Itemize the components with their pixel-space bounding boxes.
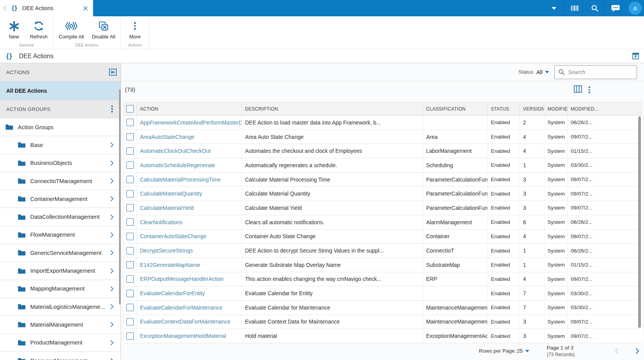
sidebar-item-all-dee-actions[interactable]: All DEE Actions xyxy=(0,81,121,100)
chevron-right-icon[interactable] xyxy=(110,286,114,292)
action-link[interactable]: EvaluateCalendarForMaintenance xyxy=(137,301,242,315)
sidebar-group-item[interactable]: MappingManagement xyxy=(0,280,121,298)
compile-all-button[interactable]: Compile All xyxy=(55,16,88,40)
chevron-right-icon[interactable] xyxy=(110,160,114,166)
close-icon[interactable] xyxy=(83,6,88,11)
row-checkbox[interactable] xyxy=(126,133,134,140)
action-link[interactable]: AreaAutoStateChange xyxy=(137,130,242,144)
sidebar-group-item[interactable]: ImportExportManagement xyxy=(0,262,121,280)
sidebar-group-item[interactable]: ContainerManagement xyxy=(0,190,121,208)
status-cell: Enabled xyxy=(488,201,520,215)
sidebar-group-item[interactable]: ConnectIoTManagement xyxy=(0,172,121,190)
rows-per-page-select[interactable]: Rows per Page: 25 xyxy=(479,348,529,354)
more-button[interactable]: More xyxy=(123,16,147,40)
grid-scrollbar[interactable] xyxy=(638,116,641,328)
sidebar-group-item[interactable]: ResourceManagement xyxy=(0,352,121,360)
action-link[interactable]: CalculateMaterialQuantity xyxy=(137,187,242,201)
row-checkbox[interactable] xyxy=(126,161,134,169)
action-link[interactable]: CalculateMaterialYield xyxy=(137,201,242,215)
tab-dee-actions[interactable]: {} DEE Actions xyxy=(7,0,93,16)
chevron-right-icon[interactable] xyxy=(110,142,114,148)
column-header-action[interactable]: ACTION xyxy=(137,102,242,115)
row-checkbox[interactable] xyxy=(126,204,134,211)
sidebar-scrollbar[interactable] xyxy=(119,89,121,305)
folder-icon xyxy=(18,286,26,292)
search-input[interactable] xyxy=(554,65,637,79)
avatar[interactable]: A xyxy=(628,2,642,15)
column-header-modified-by[interactable]: MODIFIED... xyxy=(544,102,568,115)
row-checkbox[interactable] xyxy=(126,318,134,325)
sidebar-group-item[interactable]: BusinessObjects xyxy=(0,154,121,172)
row-checkbox[interactable] xyxy=(126,119,134,126)
row-checkbox[interactable] xyxy=(126,332,134,340)
action-link[interactable]: CalculateMaterialProcessingTime xyxy=(137,173,242,187)
collapse-panel-icon[interactable] xyxy=(109,69,117,76)
action-link[interactable]: AutomaticClockOutCheckOut xyxy=(137,144,242,158)
sidebar-group-item[interactable]: FlowManagement xyxy=(0,226,121,244)
action-link[interactable]: E142GenerateMapName xyxy=(137,258,242,272)
chevron-right-icon[interactable] xyxy=(110,304,114,310)
sidebar-group-item[interactable]: MaterialManagement xyxy=(0,316,121,334)
action-link[interactable]: AppFrameworkCreateAndPerformMasterData xyxy=(137,116,242,130)
row-checkbox[interactable] xyxy=(126,190,134,197)
row-checkbox[interactable] xyxy=(126,261,134,268)
action-link[interactable]: ERPOutputMessageHandlerAction xyxy=(137,272,242,286)
modified-by-cell: System xyxy=(544,329,568,343)
chevron-right-icon[interactable] xyxy=(110,214,114,220)
chevron-down-icon[interactable] xyxy=(544,0,564,16)
sidebar-group-item[interactable]: ProductManagement xyxy=(0,334,121,352)
kebab-icon[interactable] xyxy=(111,106,113,112)
row-checkbox[interactable] xyxy=(126,304,134,311)
chevron-right-icon[interactable] xyxy=(110,358,114,360)
new-button[interactable]: New xyxy=(2,16,26,40)
refresh-button[interactable]: Refresh xyxy=(26,16,51,40)
row-checkbox[interactable] xyxy=(126,233,134,240)
row-checkbox-cell xyxy=(124,201,137,215)
chevron-right-icon[interactable] xyxy=(110,196,114,202)
action-link[interactable]: ContainerAutoStateChange xyxy=(137,230,242,244)
kebab-icon[interactable] xyxy=(589,87,590,93)
search-icon[interactable] xyxy=(585,0,605,16)
row-checkbox[interactable] xyxy=(126,147,134,155)
sidebar-group-item[interactable]: Action Groups xyxy=(0,118,121,136)
row-checkbox[interactable] xyxy=(126,290,134,297)
back-icon[interactable] xyxy=(3,5,7,11)
row-checkbox[interactable] xyxy=(126,218,134,226)
action-link[interactable]: ClearNotifications xyxy=(137,215,242,229)
expand-panel-icon[interactable] xyxy=(632,53,639,59)
modified-by-cell: System xyxy=(544,258,568,272)
row-checkbox[interactable] xyxy=(126,275,134,283)
action-link[interactable]: ExceptionManagementHoldMaterial xyxy=(137,329,242,343)
column-header-classification[interactable]: CLASSIFICATION xyxy=(423,102,488,115)
chevron-right-icon[interactable] xyxy=(110,178,114,184)
select-all-checkbox[interactable] xyxy=(126,105,134,112)
column-header-modified-on[interactable]: MODIFIED... xyxy=(568,102,642,115)
row-checkbox[interactable] xyxy=(126,247,134,254)
action-link[interactable]: EvaluateContextDataForMaintenance xyxy=(137,315,242,329)
previous-page-icon[interactable] xyxy=(615,348,619,356)
status-filter[interactable]: Status All xyxy=(518,69,549,75)
action-link[interactable]: AutomaticScheduleRegenerate xyxy=(137,158,242,172)
columns-icon[interactable] xyxy=(574,85,582,94)
disable-all-button[interactable]: Disable All xyxy=(88,16,119,40)
chevron-right-icon[interactable] xyxy=(110,268,114,274)
chevron-right-icon[interactable] xyxy=(110,232,114,238)
column-header-description[interactable]: DESCRIPTION xyxy=(242,102,423,115)
chevron-right-icon[interactable] xyxy=(110,250,114,256)
sidebar-group-item[interactable]: DataCollectionManagement xyxy=(0,208,121,226)
row-checkbox[interactable] xyxy=(126,176,134,183)
barcode-scanner-icon[interactable] xyxy=(565,0,585,16)
description-cell: Automates the checkout and clock of Empl… xyxy=(242,144,423,158)
chat-icon[interactable] xyxy=(605,0,625,16)
data-grid: ACTION DESCRIPTION CLASSIFICATION STATUS… xyxy=(123,102,642,343)
sidebar-group-item[interactable]: GenericServiceManagement xyxy=(0,244,121,262)
sidebar-group-item[interactable]: Base xyxy=(0,136,121,154)
sidebar-group-item[interactable]: MaterialLogisticsManageme... xyxy=(0,298,121,316)
chevron-right-icon[interactable] xyxy=(110,340,114,346)
action-link[interactable]: EvaluateCalendarForEntity xyxy=(137,286,242,300)
column-header-status[interactable]: STATUS xyxy=(488,102,520,115)
next-page-icon[interactable] xyxy=(635,348,640,356)
action-link[interactable]: DecryptSecureStrings xyxy=(137,244,242,258)
column-header-version[interactable]: VERSION xyxy=(520,102,544,115)
chevron-right-icon[interactable] xyxy=(110,322,114,327)
